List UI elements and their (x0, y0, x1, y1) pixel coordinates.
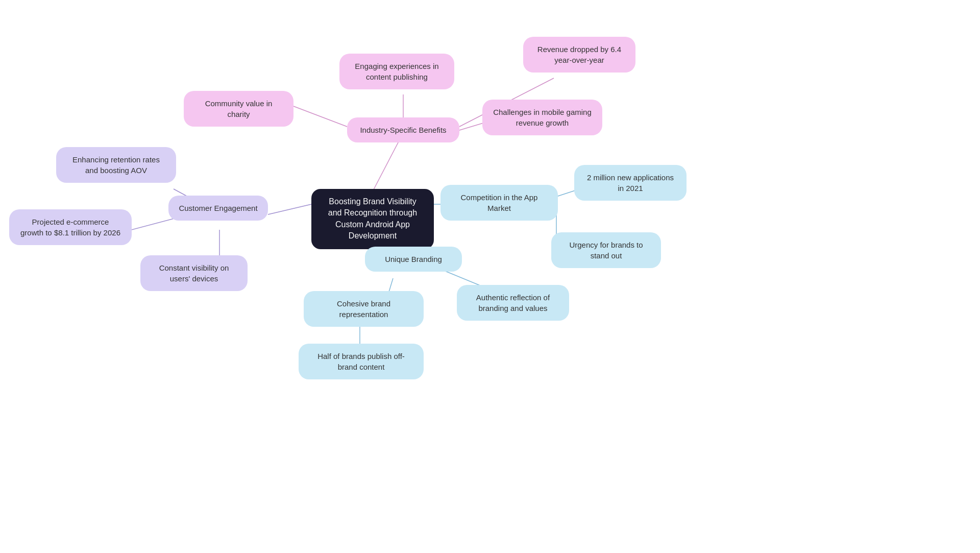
constant-visibility-node[interactable]: Constant visibility on users' devices (140, 255, 248, 291)
community-node[interactable]: Community value in charity (184, 91, 293, 127)
projected-ecommerce-node[interactable]: Projected e-commerce growth to $8.1 tril… (9, 209, 132, 245)
two-million-node[interactable]: 2 million new applications in 2021 (574, 165, 687, 201)
center-node[interactable]: Boosting Brand Visibility and Recognitio… (311, 189, 434, 249)
customer-engagement-node[interactable]: Customer Engagement (168, 196, 268, 221)
urgency-node[interactable]: Urgency for brands to stand out (551, 232, 661, 268)
authentic-node[interactable]: Authentic reflection of branding and val… (457, 285, 569, 321)
cohesive-node[interactable]: Cohesive brand representation (304, 291, 424, 327)
unique-branding-node[interactable]: Unique Branding (365, 247, 462, 272)
svg-line-2 (293, 106, 347, 127)
enhancing-retention-node[interactable]: Enhancing retention rates and boosting A… (56, 147, 176, 183)
engaging-node[interactable]: Engaging experiences in content publishi… (339, 54, 454, 89)
half-brands-node[interactable]: Half of brands publish off-brand content (299, 344, 424, 379)
revenue-drop-node[interactable]: Revenue dropped by 6.4 year-over-year (523, 37, 635, 73)
svg-line-10 (556, 190, 577, 197)
mobile-gaming-node[interactable]: Challenges in mobile gaming revenue grow… (482, 100, 602, 135)
industry-benefits-node[interactable]: Industry-Specific Benefits (347, 117, 459, 142)
competition-node[interactable]: Competition in the App Market (440, 185, 558, 221)
svg-line-5 (268, 204, 311, 214)
